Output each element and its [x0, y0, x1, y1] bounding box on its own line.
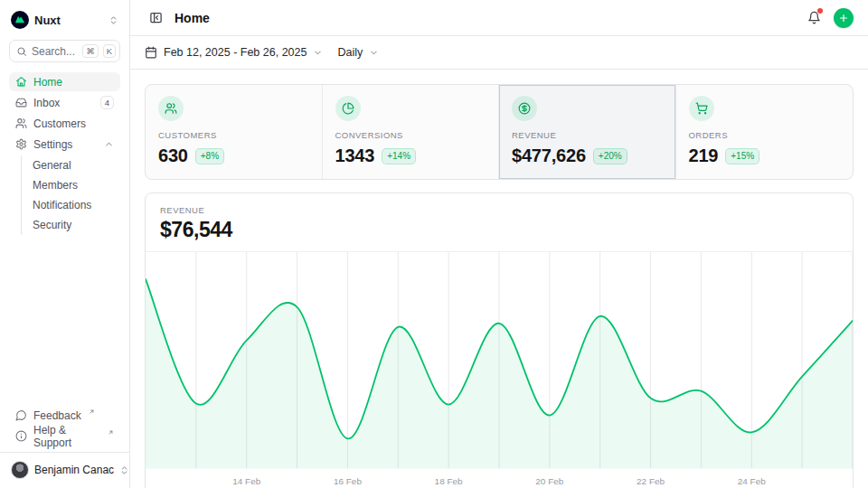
- new-item-button[interactable]: [834, 8, 854, 28]
- nuxt-logo-icon: [11, 11, 29, 29]
- subnav-label: Notifications: [33, 199, 91, 211]
- svg-text:18 Feb: 18 Feb: [435, 476, 463, 486]
- svg-text:16 Feb: 16 Feb: [334, 476, 362, 486]
- external-link-icon: [108, 429, 114, 436]
- date-range-picker[interactable]: Feb 12, 2025 - Feb 26, 2025: [145, 46, 323, 59]
- user-name: Benjamin Canac: [34, 464, 114, 476]
- stat-value: $477,626: [512, 145, 586, 166]
- sidebar-item-settings[interactable]: Settings: [9, 135, 120, 154]
- settings-subnav: General Members Notifications Security: [21, 155, 120, 235]
- topbar-actions: [803, 7, 854, 29]
- stat-value: 1343: [335, 145, 375, 166]
- stat-change-badge: +15%: [725, 148, 760, 164]
- revenue-area-chart[interactable]: 14 Feb16 Feb18 Feb20 Feb22 Feb24 Feb: [146, 252, 853, 488]
- stats-row: CUSTOMERS 630 +8% CONVERSIONS 1343 +14%: [145, 84, 854, 180]
- chevron-up-icon: [104, 139, 114, 149]
- subnav-label: Security: [33, 219, 71, 231]
- gear-icon: [15, 138, 27, 150]
- sidebar-item-home[interactable]: Home: [9, 72, 120, 91]
- stat-value: 219: [689, 145, 719, 166]
- chart-metric-value: $76,544: [160, 218, 838, 242]
- period-value: Daily: [337, 46, 363, 59]
- stat-label: REVENUE: [512, 130, 663, 140]
- inbox-icon: [15, 97, 27, 108]
- stat-card-orders[interactable]: ORDERS 219 +15%: [676, 85, 854, 179]
- sidebar-nav: Home Inbox 4 Customers Settings General: [9, 72, 120, 237]
- chevron-down-icon: [313, 48, 323, 58]
- svg-text:20 Feb: 20 Feb: [535, 476, 563, 486]
- calendar-icon: [145, 46, 157, 59]
- sidebar-item-label: Customers: [33, 117, 86, 130]
- footer-link-label: Help & Support: [33, 424, 100, 449]
- chart-header: REVENUE $76,544: [146, 193, 853, 252]
- users-icon: [158, 96, 184, 121]
- search-input[interactable]: [32, 45, 78, 58]
- sidebar-item-label: Settings: [33, 138, 72, 151]
- info-circle-icon: [15, 430, 27, 442]
- subnav-label: Members: [33, 179, 78, 192]
- chevron-down-icon: [369, 48, 379, 58]
- notification-dot: [817, 8, 823, 14]
- sidebar-footer: Feedback Help & Support Benjamin Canac: [9, 406, 120, 481]
- stat-label: CONVERSIONS: [335, 130, 486, 140]
- stat-change-badge: +20%: [593, 148, 627, 164]
- stat-change-badge: +14%: [382, 148, 416, 164]
- user-menu[interactable]: Benjamin Canac: [9, 459, 120, 481]
- panel-left-icon: [149, 11, 163, 24]
- workspace-name: Nuxt: [34, 14, 61, 27]
- top-bar: Home: [130, 0, 868, 36]
- notifications-button[interactable]: [803, 7, 825, 29]
- avatar: [11, 461, 29, 479]
- stat-label: ORDERS: [689, 130, 841, 140]
- circle-dollar-icon: [512, 96, 537, 121]
- sidebar-item-security[interactable]: Security: [33, 215, 120, 235]
- search-input-wrap: ⌘ K: [9, 40, 120, 62]
- sidebar-item-customers[interactable]: Customers: [9, 114, 120, 133]
- users-icon: [15, 117, 27, 129]
- sidebar-item-inbox[interactable]: Inbox 4: [9, 93, 120, 112]
- svg-text:22 Feb: 22 Feb: [637, 476, 665, 486]
- external-link-icon: [89, 408, 95, 415]
- sidebar-item-general[interactable]: General: [33, 155, 120, 175]
- help-support-link[interactable]: Help & Support: [9, 427, 120, 446]
- workspace-selector[interactable]: Nuxt: [9, 9, 120, 40]
- period-select[interactable]: Daily: [337, 46, 379, 59]
- plus-icon: [838, 13, 849, 23]
- stat-card-conversions[interactable]: CONVERSIONS 1343 +14%: [323, 85, 500, 179]
- kbd-k: K: [103, 44, 116, 58]
- feedback-link[interactable]: Feedback: [9, 406, 120, 425]
- svg-text:14 Feb: 14 Feb: [232, 476, 260, 486]
- footer-link-label: Feedback: [33, 409, 81, 422]
- collapse-sidebar-button[interactable]: [145, 7, 166, 29]
- stat-card-revenue[interactable]: REVENUE $477,626 +20%: [499, 85, 676, 179]
- chevron-up-down-icon: [119, 465, 129, 475]
- inbox-count-badge: 4: [100, 96, 114, 109]
- chat-bubble-icon: [15, 409, 27, 421]
- search-icon: [16, 46, 27, 57]
- stat-change-badge: +8%: [195, 148, 224, 164]
- date-range-value: Feb 12, 2025 - Feb 26, 2025: [164, 46, 307, 59]
- chevron-up-down-icon: [108, 15, 118, 25]
- divider: [0, 452, 129, 453]
- pie-chart-icon: [335, 96, 361, 121]
- sidebar-item-notifications[interactable]: Notifications: [33, 195, 120, 215]
- svg-text:24 Feb: 24 Feb: [738, 476, 766, 486]
- sidebar-item-members[interactable]: Members: [33, 175, 120, 195]
- revenue-chart-card: REVENUE $76,544 14 Feb16 Feb18 Feb20 Feb…: [145, 192, 854, 488]
- sidebar: Nuxt ⌘ K Home Inbox 4 Customers: [0, 0, 130, 488]
- sidebar-item-label: Home: [33, 76, 62, 89]
- main-area: Home Feb 12, 2025 - Feb 26, 2025 Daily: [130, 0, 868, 488]
- page-title: Home: [175, 11, 210, 25]
- stat-card-customers[interactable]: CUSTOMERS 630 +8%: [146, 85, 323, 179]
- kbd-cmd: ⌘: [82, 44, 99, 58]
- filter-toolbar: Feb 12, 2025 - Feb 26, 2025 Daily: [130, 36, 868, 70]
- chart-metric-label: REVENUE: [160, 205, 838, 215]
- home-icon: [15, 76, 27, 88]
- subnav-label: General: [33, 159, 71, 172]
- app-window: Nuxt ⌘ K Home Inbox 4 Customers: [0, 0, 868, 488]
- page-content: CUSTOMERS 630 +8% CONVERSIONS 1343 +14%: [130, 70, 868, 488]
- shopping-cart-icon: [689, 96, 714, 121]
- sidebar-item-label: Inbox: [33, 97, 60, 109]
- stat-label: CUSTOMERS: [158, 130, 309, 140]
- stat-value: 630: [158, 145, 188, 166]
